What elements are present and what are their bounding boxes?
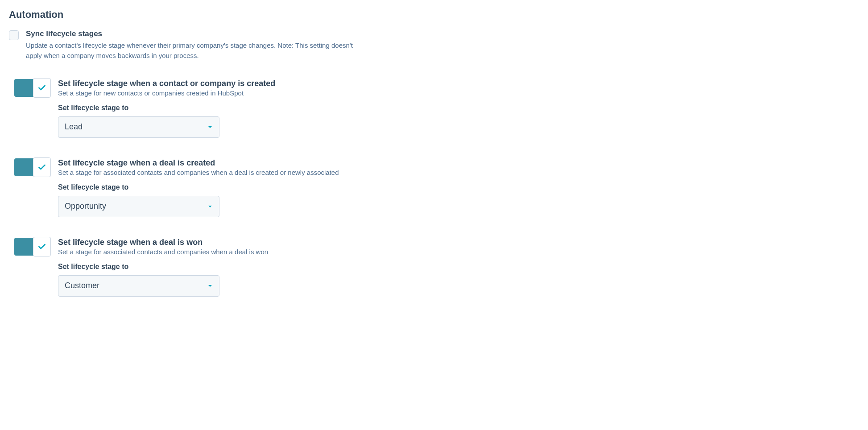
block-title: Set lifecycle stage when a deal is won	[58, 238, 859, 247]
block-content: Set lifecycle stage when a deal is won S…	[58, 238, 859, 297]
toggle-knob	[33, 237, 51, 256]
check-icon	[37, 163, 46, 172]
sync-checkbox[interactable]	[9, 30, 19, 40]
select-value: Customer	[65, 281, 99, 290]
block-description: Set a stage for associated contacts and …	[58, 169, 859, 176]
lifecycle-stage-select-deal-created[interactable]: Opportunity	[58, 196, 219, 217]
block-description: Set a stage for associated contacts and …	[58, 248, 859, 256]
select-label: Set lifecycle stage to	[58, 263, 859, 271]
lifecycle-stage-select-created[interactable]: Lead	[58, 116, 219, 138]
caret-down-icon	[207, 204, 213, 209]
toggle-knob	[33, 157, 51, 177]
sync-content: Sync lifecycle stages Update a contact's…	[26, 29, 365, 61]
select-label: Set lifecycle stage to	[58, 104, 859, 112]
toggle-knob	[33, 78, 51, 98]
lifecycle-deal-created-block: Set lifecycle stage when a deal is creat…	[14, 158, 859, 217]
select-label: Set lifecycle stage to	[58, 183, 859, 191]
select-value: Lead	[65, 122, 83, 132]
lifecycle-created-block: Set lifecycle stage when a contact or co…	[14, 79, 859, 138]
caret-down-icon	[207, 283, 213, 289]
toggle-deal-won[interactable]	[14, 238, 50, 256]
check-icon	[37, 242, 46, 251]
select-value: Opportunity	[65, 202, 106, 211]
block-title: Set lifecycle stage when a contact or co…	[58, 79, 859, 88]
toggle-contact-created[interactable]	[14, 79, 50, 97]
sync-description: Update a contact's lifecycle stage whene…	[26, 40, 365, 61]
sync-lifecycle-option: Sync lifecycle stages Update a contact's…	[9, 29, 859, 61]
block-title: Set lifecycle stage when a deal is creat…	[58, 158, 859, 168]
lifecycle-deal-won-block: Set lifecycle stage when a deal is won S…	[14, 238, 859, 297]
check-icon	[37, 83, 46, 92]
caret-down-icon	[207, 124, 213, 130]
block-content: Set lifecycle stage when a contact or co…	[58, 79, 859, 138]
toggle-deal-created[interactable]	[14, 158, 50, 176]
lifecycle-stage-select-deal-won[interactable]: Customer	[58, 275, 219, 297]
section-heading: Automation	[9, 9, 859, 21]
block-description: Set a stage for new contacts or companie…	[58, 89, 859, 97]
block-content: Set lifecycle stage when a deal is creat…	[58, 158, 859, 217]
sync-title: Sync lifecycle stages	[26, 29, 365, 38]
